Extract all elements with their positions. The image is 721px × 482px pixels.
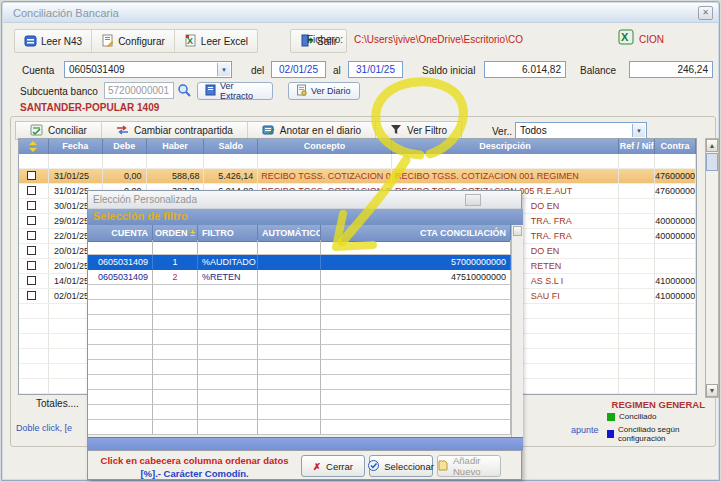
leer-excel-button[interactable]: X Leer Excel — [175, 30, 257, 52]
close-button[interactable]: ✕ — [698, 6, 713, 20]
cell-debe: 0,00 — [103, 169, 147, 184]
legend-conciliado-config: Conciliado según configuración — [607, 425, 715, 443]
table-row[interactable]: 31/01/250,00588,685.426,14RECIBO TGSS. C… — [19, 169, 696, 184]
cell-fecha: 31/01/25 — [49, 169, 103, 184]
magnifier-icon[interactable] — [177, 83, 191, 101]
leer-n43-button[interactable]: Leer N43 — [15, 30, 92, 52]
cuenta-dropdown-icon[interactable]: ▼ — [217, 63, 230, 76]
row-checkbox[interactable] — [27, 171, 36, 180]
cell-contra — [655, 304, 696, 319]
cell-contra — [655, 334, 696, 349]
row-checkbox[interactable] — [27, 186, 36, 195]
ver-filtro-button[interactable]: Ver Filtro — [376, 122, 461, 139]
column-header-debe[interactable]: Debe — [103, 139, 147, 154]
column-header-fecha[interactable]: Fecha — [49, 139, 103, 154]
column-header-ref-nif[interactable]: Ref / Nif — [619, 139, 655, 154]
filter-selection-dialog: Elección Personalizada Selección de filt… — [87, 190, 522, 480]
conciliar-button[interactable]: Conciliar — [16, 122, 102, 139]
balance-field[interactable]: 246,24 — [629, 61, 713, 78]
filter-cell-cta: 57000000000 — [321, 255, 511, 270]
ver-extracto-label: Ver Extracto — [220, 81, 265, 101]
anadir-nuevo-button[interactable]: Añadir Nuevo — [437, 455, 501, 477]
column-header-saldo[interactable]: Saldo — [204, 139, 258, 154]
row-checkbox[interactable] — [27, 261, 36, 270]
ver-filter-dropdown[interactable]: Todos ▼ — [515, 122, 647, 139]
row-checkbox[interactable] — [27, 246, 36, 255]
saldo-inicial-label: Saldo inicial — [422, 65, 475, 76]
row-checkbox[interactable] — [27, 231, 36, 240]
ver-diario-button[interactable]: Ver Diario — [288, 82, 360, 100]
anotar-diario-button[interactable]: Anotar en el diario — [248, 122, 376, 139]
column-header-contra[interactable]: Contra — [655, 139, 696, 154]
book-icon — [262, 124, 275, 138]
filter-row[interactable]: 06050314091%AUDITADO57000000000 — [88, 255, 511, 270]
cell-contra — [655, 244, 696, 259]
scroll-thumb[interactable] — [706, 153, 718, 171]
seleccionar-button[interactable]: Seleccionar — [369, 455, 433, 477]
scroll-up-icon[interactable]: ▲ — [706, 139, 718, 152]
dialog-scroll-thumb[interactable] — [513, 226, 522, 236]
ver-extracto-button[interactable]: Ver Extracto — [197, 82, 273, 100]
filter-empty-row[interactable] — [88, 420, 511, 435]
configurar-button[interactable]: Configurar — [92, 30, 175, 52]
filter-empty-row[interactable] — [88, 375, 511, 390]
filter-empty-row[interactable] — [88, 390, 511, 405]
cuenta-label: Cuenta — [22, 65, 54, 76]
row-select-cell — [19, 184, 49, 199]
anadir-nuevo-label: Añadir Nuevo — [453, 455, 500, 477]
regimen-general-label: REGIMEN GENERAL — [612, 399, 705, 410]
filter-empty-row[interactable] — [88, 345, 511, 360]
column-header-concepto[interactable]: Concepto — [258, 139, 392, 154]
ver-dropdown-icon[interactable]: ▼ — [632, 124, 645, 137]
row-checkbox[interactable] — [27, 201, 36, 210]
sort-icon[interactable] — [19, 139, 49, 154]
cell-ref-nif — [619, 184, 655, 199]
filter-cell-cuenta — [88, 345, 153, 360]
filter-empty-row[interactable] — [88, 330, 511, 345]
filter-empty-row[interactable] — [88, 285, 511, 300]
filter-cell-cuenta — [88, 360, 153, 375]
filter-cell-automatico — [258, 300, 321, 315]
row-checkbox[interactable] — [27, 276, 36, 285]
saldo-inicial-field[interactable]: 6.014,82 — [484, 61, 566, 78]
subcuenta-field[interactable]: 57200000001 — [104, 82, 174, 99]
cell-ref-nif — [619, 274, 655, 289]
del-label: del — [251, 65, 264, 76]
filter-cell-filtro — [198, 240, 258, 255]
filter-empty-row[interactable] — [88, 360, 511, 375]
orden-sort-icon[interactable]: ± — [190, 228, 195, 238]
filter-empty-row[interactable] — [88, 405, 511, 420]
filter-cell-cta — [321, 330, 511, 345]
doble-click-note-left: Doble click, [e — [16, 423, 72, 433]
column-header-descripci-n[interactable]: Descripción — [392, 139, 619, 154]
seleccionar-label: Seleccionar — [384, 461, 434, 472]
filter-empty-row[interactable] — [88, 240, 511, 255]
cell-ref-nif — [619, 289, 655, 304]
conciliacion-bancaria-window: Conciliación Bancaria ✕ Leer N43 Configu… — [1, 1, 720, 481]
filter-cell-filtro — [198, 360, 258, 375]
filter-row[interactable]: 06050314092%RETEN47510000000 — [88, 270, 511, 285]
filter-empty-row[interactable] — [88, 315, 511, 330]
filter-empty-row[interactable] — [88, 300, 511, 315]
date-to-field[interactable]: 31/01/25 — [348, 61, 403, 78]
cambiar-contrapartida-button[interactable]: Cambiar contrapartida — [102, 122, 248, 139]
row-select-cell — [19, 214, 49, 229]
cell-concepto: RECIBO TGSS. COTIZACION 001 — [258, 169, 392, 184]
title-bar: Conciliación Bancaria ✕ — [3, 3, 718, 23]
grid-scrollbar[interactable]: ▲ ▼ — [705, 138, 719, 398]
filter-cell-automatico — [258, 405, 321, 420]
scroll-down-icon[interactable]: ▼ — [706, 384, 718, 397]
cerrar-button[interactable]: ✗ Cerrar — [301, 455, 365, 477]
row-checkbox[interactable] — [27, 216, 36, 225]
dialog-close-button[interactable] — [465, 194, 481, 206]
swap-arrows-icon — [116, 124, 129, 138]
cell-contra — [655, 364, 696, 379]
date-from-field[interactable]: 02/01/25 — [271, 61, 326, 78]
column-header-haber[interactable]: Haber — [147, 139, 205, 154]
dialog-scrollbar[interactable] — [511, 225, 523, 437]
cuenta-combobox[interactable]: 0605031409 ▼ — [64, 61, 232, 78]
row-checkbox[interactable] — [27, 291, 36, 300]
extracto-doc-icon — [205, 84, 216, 98]
dialog-header: Selección de filtro — [88, 209, 523, 225]
table-row[interactable] — [19, 154, 696, 169]
